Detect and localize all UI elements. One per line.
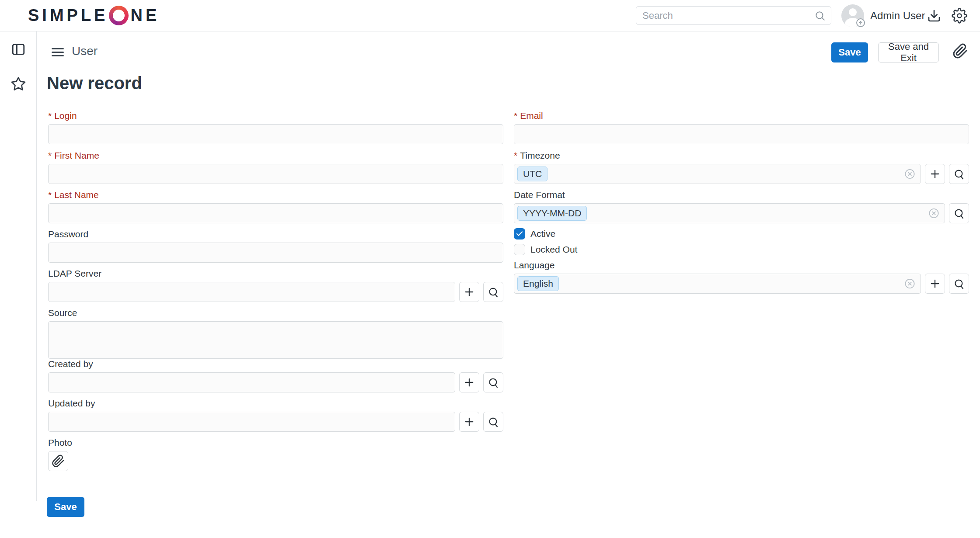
download-icon[interactable]	[927, 0, 941, 31]
updated-by-label: Updated by	[48, 399, 503, 408]
date-format-label: Date Format	[514, 190, 969, 200]
field-first-name: *First Name	[48, 151, 503, 184]
app-logo[interactable]: SIMPLE NE	[28, 0, 160, 31]
ldap-server-search-button[interactable]	[483, 282, 503, 302]
avatar-status-icon	[856, 18, 865, 27]
favorites-star-icon[interactable]	[10, 76, 26, 92]
timezone-field[interactable]: UTC	[514, 164, 921, 184]
required-asterisk: *	[48, 111, 52, 121]
photo-attach-button[interactable]	[48, 451, 68, 471]
last-name-input[interactable]	[48, 203, 503, 223]
field-photo: Photo	[48, 438, 503, 471]
updated-by-add-button[interactable]	[459, 412, 479, 432]
password-label: Password	[48, 229, 503, 239]
date-format-field[interactable]: YYYY-MM-DD	[514, 203, 945, 223]
password-input[interactable]	[48, 243, 503, 263]
left-sidebar	[0, 31, 37, 501]
search-input[interactable]	[642, 10, 814, 22]
field-language: Language English	[514, 260, 969, 294]
page-title: New record	[47, 73, 142, 93]
timezone-add-button[interactable]	[925, 164, 945, 184]
logo-ring-icon	[109, 6, 129, 25]
timezone-search-button[interactable]	[949, 164, 969, 184]
last-name-label: *Last Name	[48, 190, 503, 200]
active-label: Active	[530, 229, 555, 239]
global-search	[636, 6, 831, 25]
photo-label: Photo	[48, 438, 503, 448]
created-by-add-button[interactable]	[459, 372, 479, 392]
footer-save-button[interactable]: Save	[47, 497, 84, 517]
field-created-by: Created by	[48, 359, 503, 392]
language-search-button[interactable]	[949, 274, 969, 294]
sidebar-toggle-icon[interactable]	[11, 42, 26, 57]
date-format-search-button[interactable]	[949, 203, 969, 223]
source-textarea[interactable]	[48, 321, 503, 359]
locked-out-checkbox[interactable]	[514, 244, 525, 255]
ldap-server-label: LDAP Server	[48, 269, 503, 278]
locked-out-label: Locked Out	[530, 244, 577, 255]
timezone-value-chip[interactable]: UTC	[517, 167, 548, 181]
first-name-input[interactable]	[48, 164, 503, 184]
context-menu-icon[interactable]	[52, 48, 64, 56]
attachments-paperclip-icon[interactable]	[952, 43, 968, 59]
language-clear-icon[interactable]	[904, 278, 916, 290]
required-asterisk: *	[514, 150, 517, 160]
user-name[interactable]: Admin User	[870, 0, 925, 31]
required-asterisk: *	[48, 190, 52, 200]
ldap-server-input[interactable]	[48, 282, 455, 302]
app-header: SIMPLE NE Admin User	[0, 0, 980, 31]
logo-text-left: SIMPLE	[28, 6, 108, 25]
created-by-search-button[interactable]	[483, 372, 503, 392]
field-email: *Email	[514, 111, 969, 144]
field-timezone: *Timezone UTC	[514, 151, 969, 184]
field-date-format: Date Format YYYY-MM-DD	[514, 190, 969, 223]
timezone-label: *Timezone	[514, 151, 969, 160]
created-by-input[interactable]	[48, 372, 455, 392]
save-button[interactable]: Save	[831, 42, 868, 62]
source-label: Source	[48, 308, 503, 318]
email-input[interactable]	[514, 124, 969, 144]
field-updated-by: Updated by	[48, 399, 503, 432]
language-field[interactable]: English	[514, 274, 921, 294]
search-icon[interactable]	[814, 10, 826, 21]
timezone-clear-icon[interactable]	[904, 168, 916, 180]
logo-text-right: NE	[130, 6, 160, 25]
date-format-clear-icon[interactable]	[928, 208, 940, 219]
login-label: *Login	[48, 111, 503, 121]
field-ldap-server: LDAP Server	[48, 269, 503, 302]
active-checkbox[interactable]	[514, 228, 525, 239]
save-and-exit-button[interactable]: Save and Exit	[878, 42, 939, 62]
login-input[interactable]	[48, 124, 503, 144]
language-value-chip[interactable]: English	[517, 276, 559, 291]
created-by-label: Created by	[48, 359, 503, 369]
gear-icon[interactable]	[952, 0, 967, 31]
field-login: *Login	[48, 111, 503, 144]
active-row: Active	[514, 228, 555, 239]
required-asterisk: *	[514, 111, 517, 121]
record-type-title: User	[72, 44, 98, 58]
required-asterisk: *	[48, 150, 52, 160]
field-source: Source	[48, 308, 503, 361]
ldap-server-add-button[interactable]	[459, 282, 479, 302]
language-add-button[interactable]	[925, 274, 945, 294]
date-format-value-chip[interactable]: YYYY-MM-DD	[517, 206, 587, 221]
language-label: Language	[514, 260, 969, 270]
record-form-panel: User Save Save and Exit New record *Logi…	[37, 31, 980, 538]
locked-out-row: Locked Out	[514, 244, 577, 255]
field-password: Password	[48, 229, 503, 263]
updated-by-search-button[interactable]	[483, 412, 503, 432]
email-label: *Email	[514, 111, 969, 121]
first-name-label: *First Name	[48, 151, 503, 160]
field-last-name: *Last Name	[48, 190, 503, 223]
updated-by-input[interactable]	[48, 412, 455, 432]
